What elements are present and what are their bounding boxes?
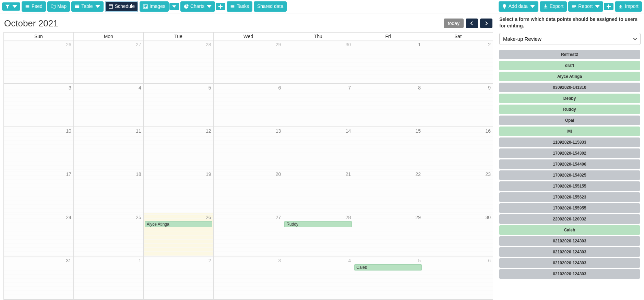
calendar-day-header: Mon [73, 32, 143, 40]
datapoint-item[interactable]: 03092020-141310 [499, 83, 640, 92]
images-dropdown-button[interactable] [169, 3, 179, 10]
datapoint-item[interactable]: Caleb [499, 225, 640, 235]
calendar-day-cell[interactable]: 11 [73, 127, 143, 170]
side-prompt: Select a form which data points should b… [499, 16, 641, 29]
datapoint-item[interactable]: 17092020-155623 [499, 192, 640, 202]
calendar-day-header: Fri [353, 32, 423, 40]
charts-button[interactable]: Charts [180, 1, 215, 12]
calendar-event[interactable]: Ruddy [284, 221, 352, 227]
datapoint-item[interactable]: 17092020-154406 [499, 159, 640, 169]
calendar-day-cell[interactable]: 2 [423, 40, 493, 83]
calendar-day-cell[interactable]: 16 [423, 127, 493, 170]
datapoint-list[interactable]: RefTest2draftAlyce Atinga03092020-141310… [499, 50, 641, 300]
calendar-day-cell[interactable]: 4 [283, 256, 353, 299]
shared-data-button[interactable]: Shared data [254, 1, 287, 12]
export-button[interactable]: Export [540, 1, 567, 12]
calendar-day-number: 31 [66, 258, 71, 263]
calendar-day-cell[interactable]: 23 [423, 170, 493, 213]
map-button[interactable]: Map [47, 1, 70, 12]
caret-down-icon [595, 4, 600, 9]
calendar-day-cell[interactable]: 30 [423, 213, 493, 256]
import-button[interactable]: Import [615, 1, 642, 12]
next-month-button[interactable] [480, 19, 492, 28]
calendar-day-cell[interactable]: 18 [73, 170, 143, 213]
calendar-day-cell[interactable]: 19 [143, 170, 213, 213]
tasks-button[interactable]: Tasks [227, 1, 252, 12]
schedule-button[interactable]: Schedule [105, 1, 138, 12]
calendar-day-cell[interactable]: 2 [143, 256, 213, 299]
report-button[interactable]: Report [568, 1, 603, 12]
calendar-day-cell[interactable]: 12 [143, 127, 213, 170]
calendar-day-cell[interactable]: 26 [4, 40, 74, 83]
calendar-day-cell[interactable]: 7 [283, 83, 353, 127]
prev-month-button[interactable] [466, 19, 478, 28]
calendar-day-cell[interactable]: 26Alyce Atinga [143, 213, 213, 256]
calendar-day-cell[interactable]: 25 [73, 213, 143, 256]
plus-icon [607, 4, 611, 9]
datapoint-item[interactable]: 17092020-155955 [499, 203, 640, 213]
calendar-day-cell[interactable]: 3 [4, 83, 74, 127]
calendar-day-cell[interactable]: 6 [213, 83, 283, 127]
datapoint-item[interactable]: 02102020-124303 [499, 258, 640, 268]
calendar-day-cell[interactable]: 28 [143, 40, 213, 83]
datapoint-item[interactable]: RefTest2 [499, 50, 640, 59]
calendar-day-cell[interactable]: 14 [283, 127, 353, 170]
datapoint-item[interactable]: 11092020-115833 [499, 137, 640, 147]
calendar-day-cell[interactable]: 13 [213, 127, 283, 170]
datapoint-item[interactable]: Alyce Atinga [499, 72, 640, 81]
datapoint-item[interactable]: 17092020-154825 [499, 170, 640, 180]
datapoint-item[interactable]: 17092020-155155 [499, 181, 640, 191]
datapoint-item[interactable]: 17092020-154302 [499, 148, 640, 158]
calendar-day-number: 27 [136, 42, 141, 47]
calendar-day-cell[interactable]: 1 [73, 256, 143, 299]
calendar-day-cell[interactable]: 29 [353, 213, 423, 256]
calendar-day-cell[interactable]: 22 [353, 170, 423, 213]
datapoint-item[interactable]: Ruddy [499, 105, 640, 114]
datapoint-item[interactable]: 02102020-124303 [499, 247, 640, 257]
calendar-day-cell[interactable]: 4 [73, 83, 143, 127]
table-button[interactable]: Table [71, 1, 103, 12]
datapoint-item[interactable]: 02102020-124303 [499, 236, 640, 246]
calendar-day-cell[interactable]: 21 [283, 170, 353, 213]
calendar-day-cell[interactable]: 15 [353, 127, 423, 170]
calendar-event[interactable]: Alyce Atinga [145, 221, 212, 227]
calendar-day-cell[interactable]: 5Caleb [353, 256, 423, 299]
images-button[interactable]: Images [140, 1, 169, 12]
upload-icon [618, 4, 623, 9]
calendar-day-cell[interactable]: 8 [353, 83, 423, 127]
calendar-day-cell[interactable]: 5 [143, 83, 213, 127]
download-icon [543, 4, 548, 9]
today-button[interactable]: today [444, 19, 464, 28]
datapoint-item[interactable]: Debby [499, 94, 640, 103]
calendar-day-cell[interactable]: 29 [213, 40, 283, 83]
calendar-day-cell[interactable]: 24 [4, 213, 74, 256]
form-select[interactable]: Make-up Review [499, 33, 641, 45]
datapoint-item[interactable]: 22092020-120032 [499, 214, 640, 224]
datapoint-item[interactable]: Opal [499, 116, 640, 125]
calendar-panel: October 2021 today SunMonTueWedThuFriSat… [3, 16, 493, 300]
calendar-day-cell[interactable]: 1 [353, 40, 423, 83]
add-report-button[interactable] [604, 3, 613, 10]
add-data-button[interactable]: Add data [499, 1, 538, 12]
calendar-day-cell[interactable]: 20 [213, 170, 283, 213]
calendar-day-cell[interactable]: 17 [4, 170, 74, 213]
calendar-day-cell[interactable]: 3 [213, 256, 283, 299]
filter-button[interactable] [2, 2, 20, 11]
calendar-day-cell[interactable]: 6 [423, 256, 493, 299]
calendar-day-cell[interactable]: 9 [423, 83, 493, 127]
calendar-header: October 2021 today [3, 16, 493, 32]
calendar-day-cell[interactable]: 30 [283, 40, 353, 83]
calendar-day-cell[interactable]: 27 [73, 40, 143, 83]
datapoint-item[interactable]: draft [499, 61, 640, 70]
add-chart-button[interactable] [216, 3, 225, 10]
calendar-day-cell[interactable]: 10 [4, 127, 74, 170]
calendar-day-cell[interactable]: 28Ruddy [283, 213, 353, 256]
calendar-day-cell[interactable]: 27 [213, 213, 283, 256]
calendar-day-header: Thu [283, 32, 353, 40]
calendar-event[interactable]: Caleb [354, 264, 422, 271]
calendar-day-number: 12 [206, 128, 211, 134]
datapoint-item[interactable]: 02102020-124303 [499, 269, 640, 279]
calendar-day-cell[interactable]: 31 [4, 256, 74, 299]
datapoint-item[interactable]: MI [499, 127, 640, 136]
feed-button[interactable]: Feed [22, 1, 46, 12]
